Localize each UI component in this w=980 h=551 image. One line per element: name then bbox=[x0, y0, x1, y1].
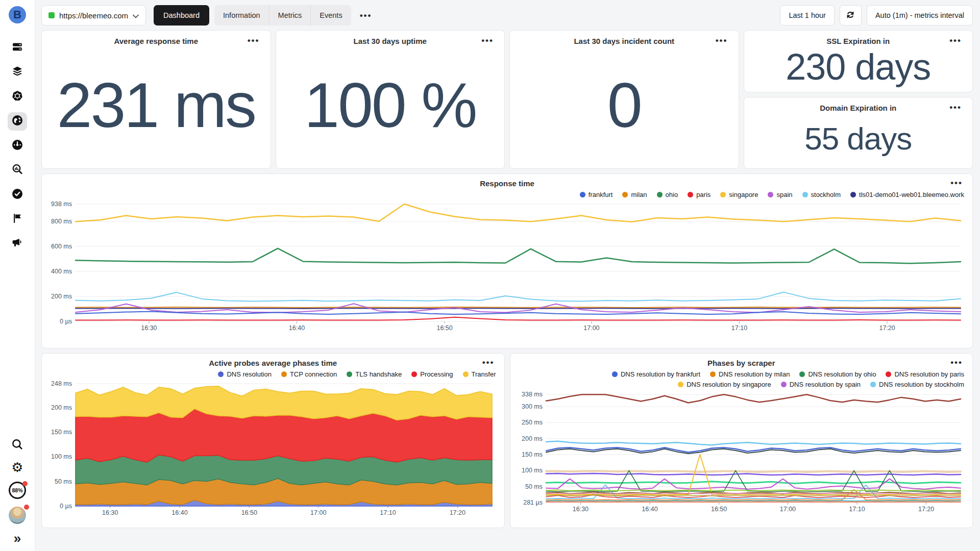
sidebar-item-reports[interactable] bbox=[8, 210, 27, 229]
sidebar-item-metrics-explorer[interactable] bbox=[8, 161, 27, 180]
legend-dot-icon bbox=[870, 382, 876, 387]
tab-dashboard[interactable]: Dashboard bbox=[154, 5, 209, 26]
sidebar-item-kubernetes[interactable] bbox=[8, 88, 27, 106]
legend-item[interactable]: tls01-demo01-web01.bleemeo.work bbox=[850, 191, 964, 198]
legend-item[interactable]: DNS resolution by milan bbox=[710, 370, 790, 378]
chart-title: Response time bbox=[480, 179, 534, 188]
legend-item[interactable]: TCP connection bbox=[281, 370, 337, 378]
stat-card-incident-count: Last 30 days incident count••• 0 bbox=[509, 30, 739, 169]
card-menu-button[interactable]: ••• bbox=[947, 357, 966, 368]
svg-text:281 µs: 281 µs bbox=[523, 499, 543, 506]
sidebar-item-announcements[interactable] bbox=[8, 235, 27, 253]
card-menu-button[interactable]: ••• bbox=[479, 357, 498, 368]
servers-icon bbox=[11, 41, 23, 55]
legend-item[interactable]: DNS resolution by paris bbox=[886, 370, 964, 378]
active-probes-phases-chart[interactable]: 248 ms200 ms150 ms100 ms50 ms0 µs16:3016… bbox=[48, 380, 497, 518]
stats-column: SSL Expiration in••• 230 days Domain Exp… bbox=[744, 30, 973, 169]
sidebar-item-websites[interactable] bbox=[8, 112, 27, 131]
legend-item[interactable]: DNS resolution by frankfurt bbox=[612, 370, 700, 378]
legend-item[interactable]: DNS resolution by ohio bbox=[799, 370, 876, 378]
sidebar-item-dashboards[interactable] bbox=[8, 137, 27, 155]
svg-text:16:50: 16:50 bbox=[710, 506, 726, 513]
svg-text:150 ms: 150 ms bbox=[522, 451, 543, 458]
bleemeo-logo[interactable]: B bbox=[9, 6, 26, 23]
chart-title: Phases by scraper bbox=[707, 359, 775, 367]
card-title: Average response time bbox=[114, 37, 198, 45]
svg-text:150 ms: 150 ms bbox=[51, 429, 72, 436]
legend-dot-icon bbox=[710, 371, 716, 377]
svg-text:16:40: 16:40 bbox=[289, 324, 305, 332]
legend-item[interactable]: singapore bbox=[720, 191, 758, 198]
chart-legend: frankfurtmilanohioparissingaporespainsto… bbox=[50, 191, 964, 198]
response-time-chart[interactable]: 938 ms800 ms600 ms400 ms200 ms0 µs16:301… bbox=[48, 200, 967, 334]
card-menu-button[interactable]: ••• bbox=[946, 35, 965, 46]
stats-row: Average response time••• 231 ms Last 30 … bbox=[41, 30, 973, 169]
legend-item[interactable]: Transfer bbox=[463, 370, 496, 378]
svg-text:17:00: 17:00 bbox=[583, 324, 599, 332]
more-tabs-button[interactable]: ••• bbox=[356, 10, 376, 21]
svg-text:17:10: 17:10 bbox=[849, 506, 865, 513]
legend-dot-icon bbox=[678, 382, 683, 387]
stat-value: 231 ms bbox=[49, 47, 263, 163]
card-menu-button[interactable]: ••• bbox=[712, 35, 731, 46]
svg-text:16:50: 16:50 bbox=[241, 509, 257, 516]
legend-item[interactable]: TLS handshake bbox=[347, 370, 402, 378]
tab-metrics[interactable]: Metrics bbox=[269, 5, 311, 26]
svg-text:16:30: 16:30 bbox=[102, 509, 118, 516]
chart-title: Active probes average phases time bbox=[209, 359, 337, 367]
svg-text:17:20: 17:20 bbox=[879, 324, 895, 332]
svg-text:0 µs: 0 µs bbox=[60, 318, 72, 325]
site-selector[interactable]: https://bleemeo.com bbox=[41, 5, 146, 26]
legend-item[interactable]: stockholm bbox=[802, 191, 841, 198]
sidebar-item-services[interactable] bbox=[8, 63, 27, 82]
legend-item[interactable]: DNS resolution by spain bbox=[781, 381, 861, 388]
refresh-icon bbox=[845, 10, 855, 21]
legend-item[interactable]: spain bbox=[768, 191, 792, 198]
tab-group: Information Metrics Events bbox=[214, 5, 351, 26]
time-range-button[interactable]: Last 1 hour bbox=[780, 5, 835, 26]
svg-text:17:20: 17:20 bbox=[918, 506, 934, 513]
user-avatar[interactable] bbox=[9, 507, 26, 524]
legend-item[interactable]: DNS resolution bbox=[218, 370, 271, 378]
legend-item[interactable]: DNS resolution by stockholm bbox=[870, 381, 964, 388]
settings-button[interactable]: ⚙ bbox=[11, 461, 23, 474]
legend-dot-icon bbox=[347, 371, 352, 377]
legend-item[interactable]: frankfurt bbox=[580, 191, 613, 198]
card-menu-button[interactable]: ••• bbox=[947, 178, 966, 188]
card-menu-button[interactable]: ••• bbox=[244, 35, 263, 46]
legend-item[interactable]: paris bbox=[688, 191, 710, 198]
refresh-button[interactable] bbox=[840, 5, 862, 26]
expand-sidebar-button[interactable]: » bbox=[14, 532, 21, 545]
svg-text:0 µs: 0 µs bbox=[60, 503, 72, 510]
legend-item[interactable]: DNS resolution by singapore bbox=[678, 381, 771, 388]
tab-information[interactable]: Information bbox=[214, 5, 269, 26]
search-button[interactable] bbox=[11, 438, 24, 453]
legend-item[interactable]: ohio bbox=[657, 191, 678, 198]
svg-text:100 ms: 100 ms bbox=[522, 467, 543, 474]
legend-dot-icon bbox=[411, 371, 417, 377]
chevron-down-icon bbox=[133, 11, 139, 20]
svg-text:200 ms: 200 ms bbox=[51, 404, 72, 411]
chart-card-response-time: Response time••• frankfurtmilanohioparis… bbox=[41, 173, 973, 348]
notification-badge bbox=[24, 505, 29, 510]
usage-ring[interactable]: 88% bbox=[9, 482, 26, 499]
legend-item[interactable]: milan bbox=[622, 191, 647, 198]
sidebar: B bbox=[0, 0, 35, 551]
card-menu-button[interactable]: ••• bbox=[946, 102, 965, 113]
sidebar-item-checks[interactable] bbox=[8, 186, 27, 204]
chart-legend: DNS resolutionTCP connectionTLS handshak… bbox=[50, 370, 496, 378]
svg-text:300 ms: 300 ms bbox=[522, 403, 543, 410]
sidebar-nav bbox=[8, 39, 27, 253]
legend-item[interactable]: Processing bbox=[411, 370, 453, 378]
legend-dot-icon bbox=[657, 192, 663, 197]
sidebar-item-agents[interactable] bbox=[8, 39, 27, 57]
tab-events[interactable]: Events bbox=[310, 5, 351, 26]
phases-by-scraper-chart[interactable]: 338 ms300 ms250 ms200 ms150 ms100 ms50 m… bbox=[517, 390, 966, 515]
stat-value: 230 days bbox=[751, 47, 966, 87]
megaphone-icon bbox=[11, 237, 23, 251]
chart-legend: DNS resolution by frankfurtDNS resolutio… bbox=[519, 370, 965, 388]
card-menu-button[interactable]: ••• bbox=[478, 35, 497, 46]
usage-percentage: 88% bbox=[12, 487, 22, 493]
legend-dot-icon bbox=[281, 371, 287, 377]
metrics-interval-button[interactable]: Auto (1m) - metrics interval bbox=[867, 5, 973, 26]
